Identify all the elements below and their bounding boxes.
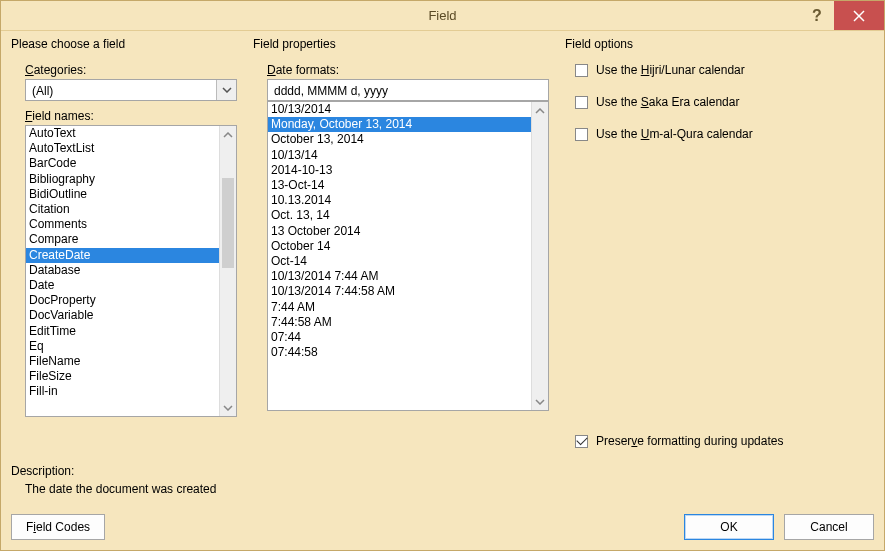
scroll-track bbox=[532, 119, 548, 393]
choose-field-header: Please choose a field bbox=[11, 37, 237, 51]
option-row[interactable]: Use the Saka Era calendar bbox=[575, 95, 874, 109]
description-block: Description: The date the document was c… bbox=[11, 464, 874, 496]
list-item[interactable]: Fill-in bbox=[26, 384, 219, 399]
scroll-down-icon[interactable] bbox=[532, 393, 548, 410]
list-item[interactable]: 07:44:58 bbox=[268, 345, 531, 360]
cancel-button[interactable]: Cancel bbox=[784, 514, 874, 540]
field-properties-panel: Field properties Date formats: dddd, MMM… bbox=[253, 37, 549, 448]
option-list: Use the Hijri/Lunar calendarUse the Saka… bbox=[565, 55, 874, 141]
scroll-thumb[interactable] bbox=[222, 178, 234, 268]
scroll-up-icon[interactable] bbox=[532, 102, 548, 119]
titlebar-controls: ? bbox=[800, 1, 884, 30]
field-codes-button[interactable]: Field Codes bbox=[11, 514, 105, 540]
description-label: Description: bbox=[11, 464, 874, 478]
scrollbar[interactable] bbox=[531, 102, 548, 410]
ok-cancel-group: OK Cancel bbox=[684, 514, 874, 540]
list-item[interactable]: October 14 bbox=[268, 239, 531, 254]
field-dialog: Field ? Please choose a field Categories… bbox=[0, 0, 885, 551]
date-formats-items: 10/13/2014Monday, October 13, 2014Octobe… bbox=[268, 102, 531, 410]
list-item[interactable]: Oct-14 bbox=[268, 254, 531, 269]
categories-label: Categories: bbox=[25, 63, 237, 77]
help-button[interactable]: ? bbox=[800, 1, 834, 30]
list-item[interactable]: BarCode bbox=[26, 156, 219, 171]
list-item[interactable]: Oct. 13, 14 bbox=[268, 208, 531, 223]
date-formats-listbox[interactable]: 10/13/2014Monday, October 13, 2014Octobe… bbox=[267, 101, 549, 411]
date-formats-label: Date formats: bbox=[267, 63, 549, 77]
list-item[interactable]: EditTime bbox=[26, 324, 219, 339]
scroll-down-icon[interactable] bbox=[220, 399, 236, 416]
list-item[interactable]: Citation bbox=[26, 202, 219, 217]
option-checkbox[interactable] bbox=[575, 96, 588, 109]
list-item[interactable]: Compare bbox=[26, 232, 219, 247]
option-label: Use the Hijri/Lunar calendar bbox=[596, 63, 745, 77]
field-options-header: Field options bbox=[565, 37, 874, 51]
close-icon bbox=[853, 10, 865, 22]
option-checkbox[interactable] bbox=[575, 64, 588, 77]
list-item[interactable]: Eq bbox=[26, 339, 219, 354]
ok-button[interactable]: OK bbox=[684, 514, 774, 540]
field-names-items: AutoTextAutoTextListBarCodeBibliographyB… bbox=[26, 126, 219, 416]
field-properties-header: Field properties bbox=[253, 37, 549, 51]
list-item[interactable]: AutoTextList bbox=[26, 141, 219, 156]
field-names-label: Field names: bbox=[25, 109, 237, 123]
scroll-track bbox=[220, 143, 236, 399]
close-button[interactable] bbox=[834, 1, 884, 30]
list-item[interactable]: 7:44:58 AM bbox=[268, 315, 531, 330]
categories-value: (All) bbox=[26, 80, 216, 100]
list-item[interactable]: Date bbox=[26, 278, 219, 293]
list-item[interactable]: 7:44 AM bbox=[268, 300, 531, 315]
option-row[interactable]: Use the Um-al-Qura calendar bbox=[575, 127, 874, 141]
list-item[interactable]: FileName bbox=[26, 354, 219, 369]
list-item[interactable]: 07:44 bbox=[268, 330, 531, 345]
list-item[interactable]: 10/13/2014 7:44:58 AM bbox=[268, 284, 531, 299]
list-item[interactable]: 10/13/2014 bbox=[268, 102, 531, 117]
categories-select[interactable]: (All) bbox=[25, 79, 237, 101]
list-item[interactable]: AutoText bbox=[26, 126, 219, 141]
description-text: The date the document was created bbox=[25, 482, 874, 496]
preserve-formatting-checkbox[interactable] bbox=[575, 435, 588, 448]
list-item[interactable]: 10/13/2014 7:44 AM bbox=[268, 269, 531, 284]
list-item[interactable]: Bibliography bbox=[26, 172, 219, 187]
field-options-panel: Field options Use the Hijri/Lunar calend… bbox=[565, 37, 874, 448]
list-item[interactable]: BidiOutline bbox=[26, 187, 219, 202]
date-formats-input[interactable]: dddd, MMMM d, yyyy bbox=[267, 79, 549, 101]
option-row[interactable]: Use the Hijri/Lunar calendar bbox=[575, 63, 874, 77]
field-names-listbox[interactable]: AutoTextAutoTextListBarCodeBibliographyB… bbox=[25, 125, 237, 417]
option-label: Use the Saka Era calendar bbox=[596, 95, 739, 109]
scrollbar[interactable] bbox=[219, 126, 236, 416]
option-checkbox[interactable] bbox=[575, 128, 588, 141]
columns: Please choose a field Categories: (All) … bbox=[11, 37, 874, 448]
list-item[interactable]: 10/13/14 bbox=[268, 148, 531, 163]
list-item[interactable]: October 13, 2014 bbox=[268, 132, 531, 147]
option-label: Use the Um-al-Qura calendar bbox=[596, 127, 753, 141]
titlebar: Field ? bbox=[1, 1, 884, 31]
preserve-formatting-row[interactable]: Preserve formatting during updates bbox=[575, 434, 874, 448]
window-title: Field bbox=[428, 8, 456, 23]
choose-field-panel: Please choose a field Categories: (All) … bbox=[11, 37, 237, 448]
list-item[interactable]: 10.13.2014 bbox=[268, 193, 531, 208]
list-item[interactable]: Comments bbox=[26, 217, 219, 232]
list-item[interactable]: DocVariable bbox=[26, 308, 219, 323]
list-item[interactable]: Database bbox=[26, 263, 219, 278]
list-item[interactable]: DocProperty bbox=[26, 293, 219, 308]
list-item[interactable]: CreateDate bbox=[26, 248, 219, 263]
list-item[interactable]: 13-Oct-14 bbox=[268, 178, 531, 193]
preserve-formatting-label: Preserve formatting during updates bbox=[596, 434, 783, 448]
list-item[interactable]: Monday, October 13, 2014 bbox=[268, 117, 531, 132]
scroll-up-icon[interactable] bbox=[220, 126, 236, 143]
list-item[interactable]: 2014-10-13 bbox=[268, 163, 531, 178]
button-row: Field Codes OK Cancel bbox=[11, 514, 874, 540]
list-item[interactable]: FileSize bbox=[26, 369, 219, 384]
dialog-body: Please choose a field Categories: (All) … bbox=[1, 31, 884, 550]
list-item[interactable]: 13 October 2014 bbox=[268, 224, 531, 239]
chevron-down-icon bbox=[216, 80, 236, 100]
